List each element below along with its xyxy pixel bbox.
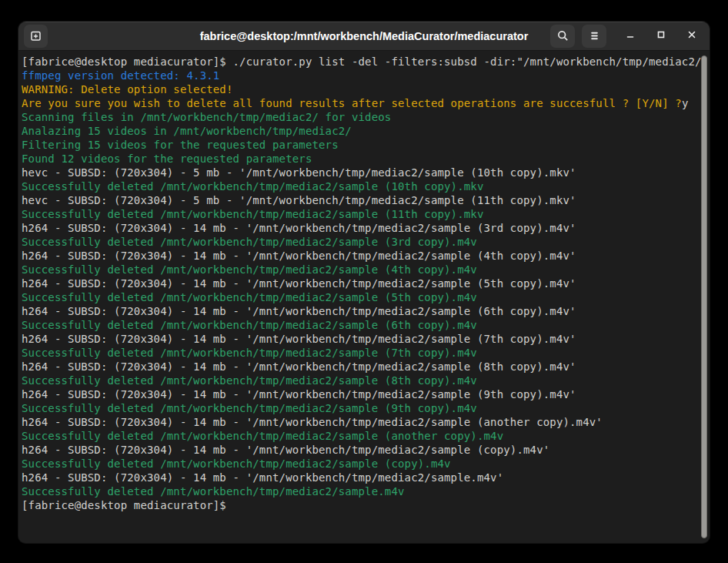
menu-button[interactable]	[582, 25, 606, 48]
terminal-line: Analazing 15 videos in /mnt/workbench/tm…	[22, 124, 699, 138]
terminal-line: Successfully deleted /mnt/workbench/tmp/…	[22, 346, 699, 360]
terminal-line: Successfully deleted /mnt/workbench/tmp/…	[22, 401, 699, 415]
close-button[interactable]	[682, 26, 702, 46]
search-icon	[556, 29, 569, 42]
terminal-line: Found 12 videos for the requested parame…	[22, 152, 699, 166]
terminal-line: Successfully deleted /mnt/workbench/tmp/…	[22, 318, 699, 332]
terminal-line: ffmpeg version detected: 4.3.1	[22, 69, 699, 82]
terminal-line: Successfully deleted /mnt/workbench/tmp/…	[22, 235, 699, 249]
terminal-line: h264 - SUBSD: (720x304) - 14 mb - '/mnt/…	[22, 332, 699, 346]
terminal-output-lines: [fabrice@desktop mediacurator]$ ./curato…	[22, 55, 699, 512]
scrollbar-thumb[interactable]	[701, 55, 707, 538]
terminal-line: [fabrice@desktop mediacurator]$	[22, 498, 699, 512]
titlebar-controls	[550, 25, 702, 48]
terminal-line: hevc - SUBSD: (720x304) - 5 mb - '/mnt/w…	[22, 166, 699, 179]
maximize-button[interactable]	[651, 26, 671, 46]
terminal-line: Successfully deleted /mnt/workbench/tmp/…	[22, 290, 699, 304]
terminal-line: Successfully deleted /mnt/workbench/tmp/…	[22, 429, 699, 443]
terminal-line: h264 - SUBSD: (720x304) - 14 mb - '/mnt/…	[22, 221, 699, 235]
terminal-line: Successfully deleted /mnt/workbench/tmp/…	[22, 179, 699, 193]
terminal-line: h264 - SUBSD: (720x304) - 14 mb - '/mnt/…	[22, 415, 699, 429]
search-button[interactable]	[550, 25, 575, 48]
terminal-line: h264 - SUBSD: (720x304) - 14 mb - '/mnt/…	[22, 443, 699, 457]
terminal-line: Filtering 15 videos for the requested pa…	[22, 138, 699, 152]
terminal-line: Successfully deleted /mnt/workbench/tmp/…	[22, 484, 699, 498]
terminal-line: Successfully deleted /mnt/workbench/tmp/…	[22, 374, 699, 387]
terminal-line: hevc - SUBSD: (720x304) - 5 mb - '/mnt/w…	[22, 193, 699, 207]
close-icon	[686, 28, 698, 43]
window-title: fabrice@desktop:/mnt/workbench/MediaCura…	[200, 30, 529, 42]
terminal-line: Are you sure you wish to delete all foun…	[22, 96, 699, 110]
desktop: fabrice@desktop:/mnt/workbench/MediaCura…	[0, 0, 728, 563]
terminal-line: WARNING: Delete option selected!	[22, 82, 699, 96]
terminal-output[interactable]: [fabrice@desktop mediacurator]$ ./curato…	[18, 51, 710, 542]
terminal-window: fabrice@desktop:/mnt/workbench/MediaCura…	[18, 22, 710, 543]
terminal-line: h264 - SUBSD: (720x304) - 14 mb - '/mnt/…	[22, 249, 699, 263]
terminal-line: [fabrice@desktop mediacurator]$ ./curato…	[22, 55, 699, 69]
terminal-line: Scanning files in /mnt/workbench/tmp/med…	[22, 110, 699, 124]
minimize-button[interactable]	[620, 26, 640, 46]
terminal-line: h264 - SUBSD: (720x304) - 14 mb - '/mnt/…	[22, 304, 699, 318]
terminal-line: h264 - SUBSD: (720x304) - 14 mb - '/mnt/…	[22, 471, 699, 484]
terminal-line: h264 - SUBSD: (720x304) - 14 mb - '/mnt/…	[22, 360, 699, 374]
terminal-line: Successfully deleted /mnt/workbench/tmp/…	[22, 207, 699, 221]
terminal-line: Successfully deleted /mnt/workbench/tmp/…	[22, 457, 699, 471]
titlebar[interactable]: fabrice@desktop:/mnt/workbench/MediaCura…	[18, 22, 710, 51]
new-tab-icon	[29, 29, 42, 42]
terminal-line: h264 - SUBSD: (720x304) - 14 mb - '/mnt/…	[22, 276, 699, 290]
menu-icon	[588, 29, 601, 42]
minimize-icon	[624, 28, 636, 43]
terminal-line: Successfully deleted /mnt/workbench/tmp/…	[22, 263, 699, 276]
new-tab-button[interactable]	[24, 25, 48, 48]
terminal-line: h264 - SUBSD: (720x304) - 14 mb - '/mnt/…	[22, 387, 699, 401]
maximize-icon	[655, 28, 667, 43]
